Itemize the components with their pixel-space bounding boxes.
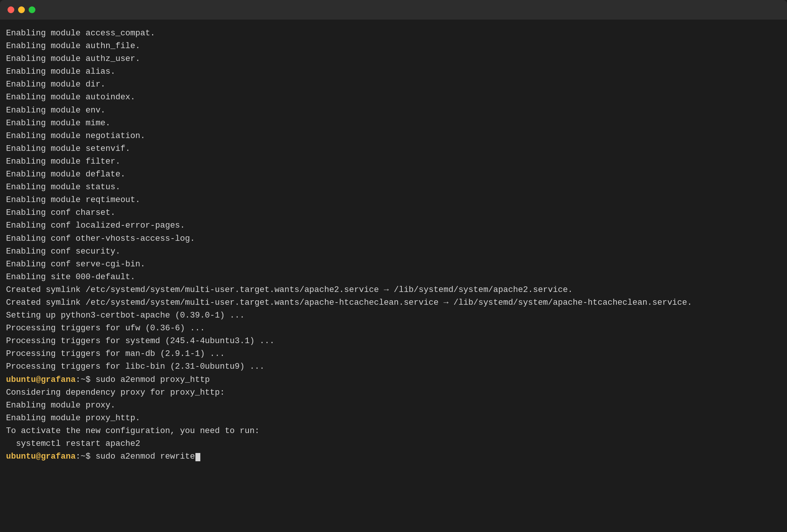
terminal-line: Enabling module status. xyxy=(6,181,781,194)
terminal-line: Enabling module mime. xyxy=(6,117,781,130)
terminal-line: Enabling conf localized-error-pages. xyxy=(6,219,781,232)
terminal-line: Processing triggers for libc-bin (2.31-0… xyxy=(6,360,781,373)
maximize-button[interactable] xyxy=(29,6,35,13)
terminal-line: Considering dependency proxy for proxy_h… xyxy=(6,386,781,399)
terminal-line: systemctl restart apache2 xyxy=(6,438,781,450)
terminal-line: Enabling module setenvif. xyxy=(6,143,781,155)
terminal-line: Enabling module filter. xyxy=(6,155,781,168)
terminal-line: Enabling module alias. xyxy=(6,65,781,78)
terminal-line: To activate the new configuration, you n… xyxy=(6,425,781,438)
terminal-line: Enabling module reqtimeout. xyxy=(6,194,781,207)
terminal-line: Enabling module authz_user. xyxy=(6,53,781,65)
terminal-line: ubuntu@grafana:~$ sudo a2enmod proxy_htt… xyxy=(6,374,781,386)
terminal-line: Processing triggers for systemd (245.4-4… xyxy=(6,335,781,348)
titlebar xyxy=(0,0,787,20)
terminal-line: Setting up python3-certbot-apache (0.39.… xyxy=(6,309,781,322)
terminal-line: Created symlink /etc/systemd/system/mult… xyxy=(6,296,781,309)
close-button[interactable] xyxy=(8,6,14,13)
terminal-cursor xyxy=(195,453,200,461)
terminal-line: ubuntu@grafana:~$ sudo a2enmod rewrite xyxy=(6,450,781,463)
terminal-line: Enabling module proxy_http. xyxy=(6,412,781,425)
terminal-line: Enabling site 000-default. xyxy=(6,271,781,284)
terminal-line: Processing triggers for ufw (0.36-6) ... xyxy=(6,322,781,335)
terminal-line: Enabling module autoindex. xyxy=(6,91,781,104)
terminal-line: Created symlink /etc/systemd/system/mult… xyxy=(6,284,781,296)
terminal-line: Enabling conf security. xyxy=(6,245,781,258)
terminal-line: Enabling module proxy. xyxy=(6,399,781,412)
terminal-line: Enabling conf other-vhosts-access-log. xyxy=(6,233,781,245)
terminal-line: Enabling module env. xyxy=(6,104,781,117)
terminal-line: Enabling conf charset. xyxy=(6,207,781,219)
terminal-line: Enabling module dir. xyxy=(6,78,781,91)
terminal-line: Enabling conf serve-cgi-bin. xyxy=(6,258,781,271)
terminal-line: Enabling module negotiation. xyxy=(6,130,781,143)
prompt-command: :~$ sudo a2enmod rewrite xyxy=(76,452,195,461)
prompt-user-host: ubuntu@grafana xyxy=(6,375,76,385)
prompt-user-host: ubuntu@grafana xyxy=(6,452,76,461)
terminal-line: Processing triggers for man-db (2.9.1-1)… xyxy=(6,348,781,360)
terminal-body[interactable]: Enabling module access_compat.Enabling m… xyxy=(0,20,787,532)
minimize-button[interactable] xyxy=(18,6,25,13)
terminal-window: Enabling module access_compat.Enabling m… xyxy=(0,0,787,532)
terminal-line: Enabling module deflate. xyxy=(6,168,781,181)
terminal-line: Enabling module access_compat. xyxy=(6,27,781,40)
prompt-command: :~$ sudo a2enmod proxy_http xyxy=(76,375,210,385)
terminal-line: Enabling module authn_file. xyxy=(6,40,781,53)
traffic-lights xyxy=(8,6,35,13)
